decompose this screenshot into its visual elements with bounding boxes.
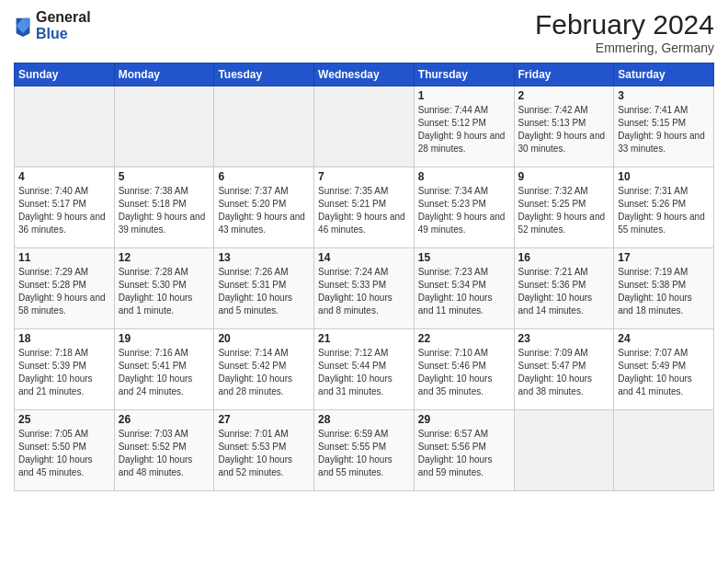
calendar-cell: 1Sunrise: 7:44 AM Sunset: 5:12 PM Daylig… <box>414 86 514 167</box>
day-info: Sunrise: 7:40 AM Sunset: 5:17 PM Dayligh… <box>18 185 110 236</box>
calendar-week-1: 4Sunrise: 7:40 AM Sunset: 5:17 PM Daylig… <box>15 167 714 248</box>
day-number: 6 <box>218 170 310 183</box>
calendar-cell: 4Sunrise: 7:40 AM Sunset: 5:17 PM Daylig… <box>15 167 115 248</box>
day-number: 12 <box>119 251 210 264</box>
day-info: Sunrise: 7:14 AM Sunset: 5:42 PM Dayligh… <box>218 347 310 398</box>
day-number: 14 <box>318 251 410 264</box>
day-info: Sunrise: 7:10 AM Sunset: 5:46 PM Dayligh… <box>418 347 510 398</box>
day-info: Sunrise: 7:19 AM Sunset: 5:38 PM Dayligh… <box>618 266 710 317</box>
header-saturday: Saturday <box>614 63 714 86</box>
day-info: Sunrise: 7:23 AM Sunset: 5:34 PM Dayligh… <box>418 266 510 317</box>
day-number: 24 <box>618 332 710 345</box>
day-number: 3 <box>618 89 710 102</box>
calendar-cell: 5Sunrise: 7:38 AM Sunset: 5:18 PM Daylig… <box>114 167 214 248</box>
calendar-cell: 12Sunrise: 7:28 AM Sunset: 5:30 PM Dayli… <box>114 248 214 329</box>
day-info: Sunrise: 7:37 AM Sunset: 5:20 PM Dayligh… <box>218 185 310 236</box>
day-number: 16 <box>518 251 610 264</box>
calendar-header-row: Sunday Monday Tuesday Wednesday Thursday… <box>15 63 714 86</box>
calendar-cell <box>314 86 415 167</box>
day-number: 5 <box>119 170 210 183</box>
day-info: Sunrise: 7:21 AM Sunset: 5:36 PM Dayligh… <box>518 266 610 317</box>
day-info: Sunrise: 7:16 AM Sunset: 5:41 PM Dayligh… <box>119 347 210 398</box>
calendar-cell: 27Sunrise: 7:01 AM Sunset: 5:53 PM Dayli… <box>214 410 314 491</box>
calendar-cell: 28Sunrise: 6:59 AM Sunset: 5:55 PM Dayli… <box>314 410 415 491</box>
day-info: Sunrise: 7:31 AM Sunset: 5:26 PM Dayligh… <box>618 185 710 236</box>
calendar-cell: 3Sunrise: 7:41 AM Sunset: 5:15 PM Daylig… <box>614 86 714 167</box>
logo: General Blue <box>14 9 91 41</box>
day-number: 7 <box>318 170 410 183</box>
day-number: 28 <box>318 413 410 426</box>
day-number: 22 <box>418 332 510 345</box>
day-number: 29 <box>418 413 510 426</box>
calendar-cell: 26Sunrise: 7:03 AM Sunset: 5:52 PM Dayli… <box>114 410 214 491</box>
day-number: 4 <box>18 170 110 183</box>
calendar-cell <box>214 86 314 167</box>
day-number: 13 <box>218 251 310 264</box>
day-info: Sunrise: 6:57 AM Sunset: 5:56 PM Dayligh… <box>418 428 510 479</box>
calendar-cell: 19Sunrise: 7:16 AM Sunset: 5:41 PM Dayli… <box>114 329 214 410</box>
month-year: February 2024 <box>535 9 714 40</box>
calendar-cell: 15Sunrise: 7:23 AM Sunset: 5:34 PM Dayli… <box>414 248 514 329</box>
day-number: 19 <box>119 332 210 345</box>
header-wednesday: Wednesday <box>314 63 415 86</box>
calendar-table: Sunday Monday Tuesday Wednesday Thursday… <box>14 63 714 491</box>
calendar-cell: 6Sunrise: 7:37 AM Sunset: 5:20 PM Daylig… <box>214 167 314 248</box>
calendar-cell: 25Sunrise: 7:05 AM Sunset: 5:50 PM Dayli… <box>15 410 115 491</box>
calendar-cell: 24Sunrise: 7:07 AM Sunset: 5:49 PM Dayli… <box>614 329 714 410</box>
day-number: 27 <box>218 413 310 426</box>
day-number: 25 <box>18 413 110 426</box>
calendar-cell: 17Sunrise: 7:19 AM Sunset: 5:38 PM Dayli… <box>614 248 714 329</box>
day-number: 11 <box>18 251 110 264</box>
day-number: 20 <box>218 332 310 345</box>
logo-icon <box>14 15 32 37</box>
day-number: 23 <box>518 332 610 345</box>
day-info: Sunrise: 7:28 AM Sunset: 5:30 PM Dayligh… <box>119 266 210 317</box>
calendar-cell <box>514 410 614 491</box>
calendar-cell <box>614 410 714 491</box>
day-number: 1 <box>418 89 510 102</box>
calendar-cell: 21Sunrise: 7:12 AM Sunset: 5:44 PM Dayli… <box>314 329 415 410</box>
calendar-cell: 9Sunrise: 7:32 AM Sunset: 5:25 PM Daylig… <box>514 167 614 248</box>
day-info: Sunrise: 7:34 AM Sunset: 5:23 PM Dayligh… <box>418 185 510 236</box>
title-block: February 2024 Emmering, Germany <box>535 9 714 55</box>
logo-text: General Blue <box>36 9 91 41</box>
calendar-week-0: 1Sunrise: 7:44 AM Sunset: 5:12 PM Daylig… <box>15 86 714 167</box>
calendar-cell <box>114 86 214 167</box>
calendar-header: General Blue February 2024 Emmering, Ger… <box>14 9 714 55</box>
day-number: 2 <box>518 89 610 102</box>
calendar-cell: 10Sunrise: 7:31 AM Sunset: 5:26 PM Dayli… <box>614 167 714 248</box>
calendar-cell: 16Sunrise: 7:21 AM Sunset: 5:36 PM Dayli… <box>514 248 614 329</box>
calendar-week-4: 25Sunrise: 7:05 AM Sunset: 5:50 PM Dayli… <box>15 410 714 491</box>
calendar-cell: 29Sunrise: 6:57 AM Sunset: 5:56 PM Dayli… <box>414 410 514 491</box>
day-info: Sunrise: 6:59 AM Sunset: 5:55 PM Dayligh… <box>318 428 410 479</box>
day-number: 9 <box>518 170 610 183</box>
day-info: Sunrise: 7:38 AM Sunset: 5:18 PM Dayligh… <box>119 185 210 236</box>
header-friday: Friday <box>514 63 614 86</box>
calendar-cell: 8Sunrise: 7:34 AM Sunset: 5:23 PM Daylig… <box>414 167 514 248</box>
calendar-cell: 11Sunrise: 7:29 AM Sunset: 5:28 PM Dayli… <box>15 248 115 329</box>
day-info: Sunrise: 7:42 AM Sunset: 5:13 PM Dayligh… <box>518 104 610 155</box>
calendar-cell: 2Sunrise: 7:42 AM Sunset: 5:13 PM Daylig… <box>514 86 614 167</box>
day-info: Sunrise: 7:18 AM Sunset: 5:39 PM Dayligh… <box>18 347 110 398</box>
calendar-cell <box>15 86 115 167</box>
day-info: Sunrise: 7:01 AM Sunset: 5:53 PM Dayligh… <box>218 428 310 479</box>
calendar-cell: 7Sunrise: 7:35 AM Sunset: 5:21 PM Daylig… <box>314 167 415 248</box>
calendar-page: General Blue February 2024 Emmering, Ger… <box>0 0 728 563</box>
day-number: 18 <box>18 332 110 345</box>
calendar-cell: 22Sunrise: 7:10 AM Sunset: 5:46 PM Dayli… <box>414 329 514 410</box>
day-number: 17 <box>618 251 710 264</box>
day-info: Sunrise: 7:07 AM Sunset: 5:49 PM Dayligh… <box>618 347 710 398</box>
day-info: Sunrise: 7:26 AM Sunset: 5:31 PM Dayligh… <box>218 266 310 317</box>
header-thursday: Thursday <box>414 63 514 86</box>
header-sunday: Sunday <box>15 63 115 86</box>
day-info: Sunrise: 7:32 AM Sunset: 5:25 PM Dayligh… <box>518 185 610 236</box>
day-info: Sunrise: 7:03 AM Sunset: 5:52 PM Dayligh… <box>119 428 210 479</box>
day-info: Sunrise: 7:44 AM Sunset: 5:12 PM Dayligh… <box>418 104 510 155</box>
day-info: Sunrise: 7:41 AM Sunset: 5:15 PM Dayligh… <box>618 104 710 155</box>
day-number: 8 <box>418 170 510 183</box>
calendar-cell: 14Sunrise: 7:24 AM Sunset: 5:33 PM Dayli… <box>314 248 415 329</box>
day-info: Sunrise: 7:09 AM Sunset: 5:47 PM Dayligh… <box>518 347 610 398</box>
day-number: 10 <box>618 170 710 183</box>
day-info: Sunrise: 7:05 AM Sunset: 5:50 PM Dayligh… <box>18 428 110 479</box>
day-info: Sunrise: 7:29 AM Sunset: 5:28 PM Dayligh… <box>18 266 110 317</box>
